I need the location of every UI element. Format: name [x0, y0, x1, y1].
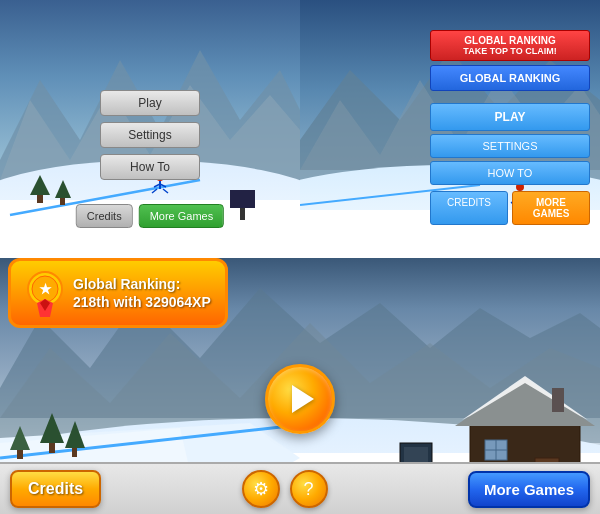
right-menu-buttons: PLAY SETTINGS HOW TO CREDITS MORE GAMES — [430, 103, 590, 225]
medal-icon: ★ — [25, 269, 65, 317]
left-panel: Play Settings How To Credits More Games — [0, 0, 300, 258]
help-button-bottom[interactable]: ? — [290, 470, 328, 508]
play-icon — [292, 385, 314, 413]
play-button-right[interactable]: PLAY — [430, 103, 590, 131]
howto-button-right[interactable]: HOW TO — [430, 161, 590, 185]
global-ranking-badge: ★ Global Ranking: 218th with 329064XP — [8, 258, 228, 328]
svg-text:★: ★ — [39, 281, 52, 297]
bottom-toolbar: Credits ⚙ ? More Games — [0, 462, 600, 514]
right-panel: GLOBAL RANKING TAKE TOP TO CLAIM! GLOBAL… — [300, 0, 600, 258]
credits-button-top-left[interactable]: Credits — [76, 204, 133, 228]
global-ranking-button[interactable]: GLOBAL RANKING — [430, 65, 590, 91]
ranking-badge-text: Global Ranking: 218th with 329064XP — [73, 275, 211, 311]
more-games-button-bottom[interactable]: More Games — [468, 471, 590, 508]
top-half: Play Settings How To Credits More Games — [0, 0, 600, 258]
svg-rect-44 — [49, 443, 55, 453]
svg-rect-7 — [37, 195, 43, 203]
settings-button-left[interactable]: Settings — [100, 122, 200, 148]
play-button-main[interactable] — [265, 364, 335, 434]
svg-rect-9 — [60, 198, 65, 205]
center-icons: ⚙ ? — [242, 470, 328, 508]
svg-rect-46 — [72, 448, 77, 457]
svg-rect-60 — [552, 388, 564, 412]
svg-rect-17 — [240, 208, 245, 220]
main-container: Play Settings How To Credits More Games — [0, 0, 600, 514]
play-button-left[interactable]: Play — [100, 90, 200, 116]
more-games-button-top-left[interactable]: More Games — [139, 204, 225, 228]
settings-button-right[interactable]: SETTINGS — [430, 134, 590, 158]
right-bottom-row: CREDITS MORE GAMES — [430, 191, 590, 225]
svg-rect-16 — [230, 190, 255, 208]
credits-button-bottom[interactable]: Credits — [10, 470, 101, 508]
settings-button-bottom[interactable]: ⚙ — [242, 470, 280, 508]
play-button-container — [265, 364, 335, 434]
right-menu-overlay: GLOBAL RANKING TAKE TOP TO CLAIM! GLOBAL… — [430, 30, 590, 225]
svg-rect-48 — [17, 450, 23, 459]
left-menu: Play Settings How To — [100, 90, 200, 180]
more-games-button-right[interactable]: MORE GAMES — [512, 191, 590, 225]
howto-button-left[interactable]: How To — [100, 154, 200, 180]
bottom-buttons-left: Credits More Games — [76, 204, 224, 228]
credits-button-right[interactable]: CREDITS — [430, 191, 508, 225]
ranking-header: GLOBAL RANKING TAKE TOP TO CLAIM! — [430, 30, 590, 61]
svg-rect-50 — [404, 447, 428, 463]
